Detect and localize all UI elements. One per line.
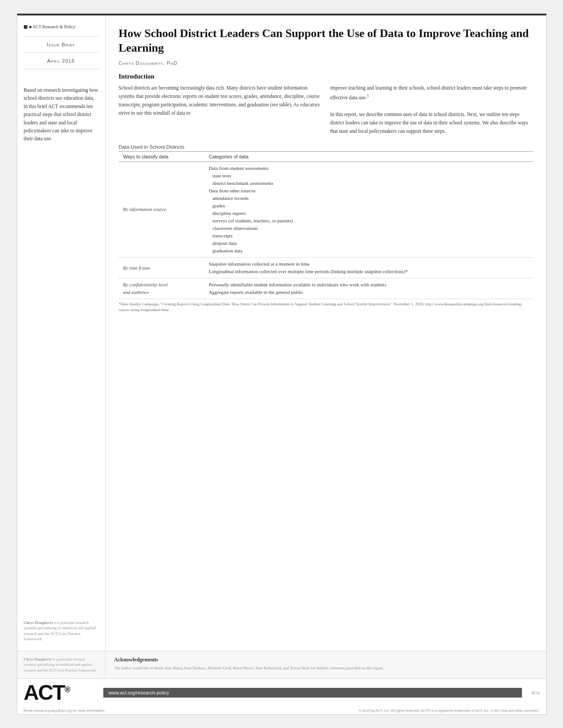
main-content: How School District Leaders Can Support … — [106, 15, 546, 651]
footer-url-bar: www.act.org/research-policy — [103, 688, 522, 698]
table-section: Data Used in School Districts Ways to cl… — [119, 144, 533, 642]
row-content-1: Data from student assessments state test… — [204, 161, 533, 258]
bio-name-bottom: Chrys Dougherty — [24, 657, 52, 661]
bottom-left: Chrys Dougherty is a principal research … — [17, 651, 106, 678]
sidebar-date: April 2015 — [24, 58, 98, 64]
row-label-2: By time frame — [119, 258, 204, 278]
main-title: How School District Leaders Can Support … — [119, 26, 533, 55]
table-title: Data Used in School Districts — [119, 144, 533, 150]
sidebar-bio: Chrys Dougherty is a principal research … — [24, 620, 98, 642]
table-footnote: *Data Quality Campaign, "Creating Report… — [119, 301, 533, 312]
sidebar: ■ ACT Research & Policy Issue Brief Apri… — [17, 15, 106, 651]
intro-heading: Introduction — [119, 73, 533, 80]
footer-legal: Email research.policy@act.org for more i… — [17, 707, 546, 714]
row-content-2: Snapshot information collected at a mome… — [204, 258, 533, 278]
row-label-1: By information source — [119, 161, 204, 258]
divider-2 — [24, 53, 98, 53]
footer-legal-copyright: © 2015 by ACT, Inc. All rights reserved.… — [359, 709, 539, 713]
issue-brief-label: Issue Brief — [24, 42, 98, 47]
intro-columns: School districts are becoming increasing… — [119, 84, 533, 135]
divider-3 — [24, 69, 98, 69]
data-table: Ways to classify data Categories of data… — [119, 151, 533, 300]
intro-col-1: School districts are becoming increasing… — [119, 84, 321, 135]
square-icon — [24, 25, 27, 29]
main-author: Chrys Dougherty, PhD — [119, 60, 533, 66]
footer-page-num: 3674 — [531, 690, 540, 695]
sidebar-logo-area: ■ ACT Research & Policy — [24, 24, 98, 29]
act-logo-text: ACT® — [24, 682, 70, 703]
table-row: By information source Data from student … — [119, 161, 533, 258]
sidebar-logo-label: ■ ACT Research & Policy — [29, 24, 76, 29]
divider-1 — [24, 36, 98, 37]
intro-col-2: improve teaching and learning in their s… — [330, 84, 533, 135]
page-content: ■ ACT Research & Policy Issue Brief Apri… — [17, 15, 546, 651]
table-body: By information source Data from student … — [119, 161, 533, 299]
sidebar-summary: Based on research investigating how scho… — [24, 86, 98, 143]
col-header-1: Ways to classify data — [119, 151, 204, 161]
page-footer: ACT® www.act.org/research-policy 3674 — [17, 678, 546, 707]
page-bottom: Chrys Dougherty is a principal research … — [17, 651, 546, 678]
acknowledgements-heading: Acknowledgements — [114, 657, 537, 663]
bio-name: Chrys Dougherty — [24, 620, 53, 625]
row-label-3: By confidentiality leveland audience — [119, 278, 204, 299]
col-header-2: Categories of data — [204, 151, 533, 161]
bottom-left-text: Chrys Dougherty is a principal research … — [24, 657, 98, 673]
bottom-right: Acknowledgements The author would like t… — [106, 651, 546, 678]
act-logo: ACT® — [24, 682, 103, 703]
acknowledgements-text: The author would like to thank Amy Baker… — [114, 665, 537, 671]
footer-legal-email: Email research.policy@act.org for more i… — [24, 709, 106, 713]
sidebar-logo: ■ ACT Research & Policy — [24, 24, 98, 29]
registered-mark: ® — [64, 685, 69, 694]
row-content-3: Personally identifiable student informat… — [204, 278, 533, 299]
table-header: Ways to classify data Categories of data — [119, 151, 533, 161]
table-row: By time frame Snapshot information colle… — [119, 258, 533, 278]
table-row: By confidentiality leveland audience Per… — [119, 278, 533, 299]
page: ■ ACT Research & Policy Issue Brief Apri… — [17, 13, 547, 715]
